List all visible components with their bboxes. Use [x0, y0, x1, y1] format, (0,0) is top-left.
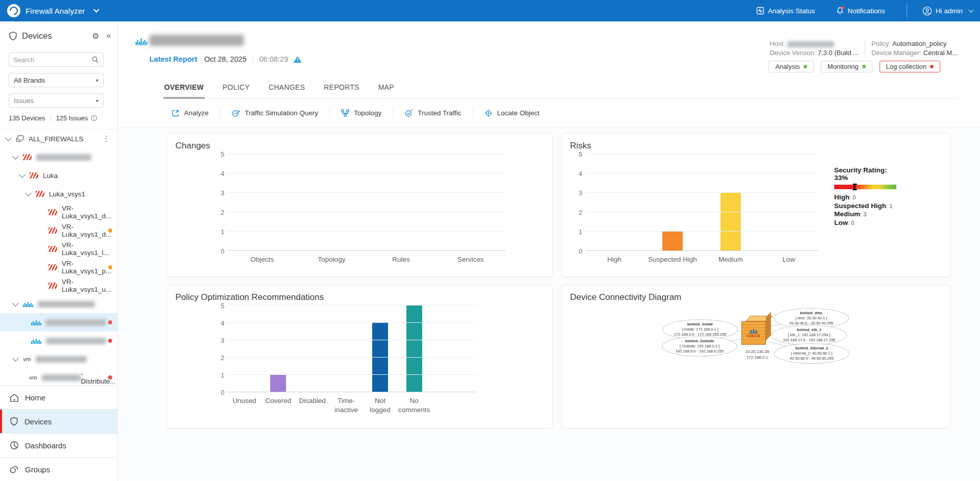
button-label: Analysis [775, 63, 800, 70]
device-header: cisco Latest Report Oct 28, 2025 06:08:2… [118, 21, 980, 82]
trusted-traffic-button[interactable]: Trusted Traffic [393, 108, 473, 119]
home-icon [10, 393, 19, 402]
tree-item[interactable] [0, 295, 117, 313]
traffic-simulation-query-button[interactable]: Traffic Simulation Query [220, 108, 329, 119]
policy-label: Policy: [871, 40, 891, 47]
notification-badge-dot [841, 6, 844, 9]
tab-reports[interactable]: REPORTS [324, 83, 359, 98]
redacted-device-name [36, 154, 91, 161]
user-menu[interactable]: Hi admin [922, 6, 973, 16]
tab-changes[interactable]: CHANGES [269, 83, 305, 98]
brand-filter-value: All Brands [14, 77, 45, 84]
risks-card: Risks 012345 HighSuspected HighMediumLow… [561, 133, 950, 277]
sidebar-item-devices[interactable]: Devices [0, 409, 117, 433]
tree-item[interactable]: VR-Luka_vsys1_d... [0, 203, 117, 221]
report-divider [253, 55, 253, 63]
user-greeting: Hi admin [936, 7, 963, 15]
tree-item-selected[interactable] [0, 313, 117, 332]
status-dot-red [930, 65, 934, 68]
brand-filter-select[interactable]: All Brands ▾ [9, 73, 104, 87]
manager-label: Device Manager: [871, 49, 921, 57]
user-menu-chevron-icon [969, 8, 974, 13]
sidebar-item-dashboards[interactable]: Dashboards [0, 433, 117, 457]
chevron-down-icon[interactable] [12, 300, 19, 307]
latest-report-link[interactable]: Latest Report [149, 55, 197, 63]
monitoring-status-button[interactable]: Monitoring [821, 61, 872, 72]
changes-card-title: Changes [175, 141, 544, 151]
locate-object-button[interactable]: Locate Object [473, 108, 551, 119]
tab-map[interactable]: MAP [378, 83, 394, 98]
status-dot-red [108, 320, 112, 324]
tree-item-label: VR-Luka_vsys1_u... [62, 278, 117, 293]
y-axis-labels: 012345 [570, 154, 585, 251]
issues-filter-select[interactable]: Issues ▾ [9, 93, 104, 108]
tree-item-all-firewalls[interactable]: ALL_FIREWALLS ⋮ [0, 130, 117, 148]
tree-item[interactable]: vm -Distribute... [0, 368, 117, 385]
warning-icon[interactable] [293, 56, 302, 63]
status-dot-green [862, 65, 866, 68]
analyze-button[interactable]: Analyze [171, 108, 220, 119]
sidebar-item-label: Dashboards [25, 441, 66, 450]
toolbar-label: Locate Object [497, 109, 539, 117]
node-range: 192.168.17.0 - 192.168.17.255 [772, 338, 846, 343]
chevron-down-icon[interactable] [12, 355, 19, 362]
firewall-ip-2: 172.168.0.1 [726, 355, 788, 361]
tree-item[interactable]: VR-Luka_vsys1_u... [0, 276, 117, 295]
tab-policy[interactable]: POLICY [223, 83, 250, 98]
paloalto-icon [48, 264, 57, 270]
node-name: behind_inside [663, 322, 737, 327]
firewall-ip-labels: 10.20.130.35 172.168.0.1 [726, 349, 788, 361]
notifications-button[interactable]: Notifications [836, 7, 885, 15]
issues-filter-value: Issues [14, 97, 34, 105]
collapse-sidebar-icon[interactable]: « [107, 31, 111, 41]
firewall-device-icon[interactable]: CISCO [741, 316, 773, 347]
device-counts: 135 Devices 125 Issues [9, 114, 97, 122]
tree-item[interactable]: vm [0, 350, 117, 368]
tree-item[interactable]: VR-Luka_vsys1_l... [0, 240, 117, 258]
analysis-status-button[interactable]: Analysis Status [756, 7, 815, 15]
tree-item-luka-vsys1[interactable]: Luka_vsys1 [0, 185, 117, 203]
changes-card: Changes 012345 ObjectsTopologyRulesServi… [167, 133, 553, 277]
tree-item-luka[interactable]: Luka [0, 166, 117, 185]
chevron-down-icon[interactable] [19, 171, 25, 178]
analysis-status-button[interactable]: Analysis [768, 61, 813, 72]
locate-object-icon [484, 109, 493, 117]
chevron-down-icon[interactable] [12, 153, 19, 160]
tree-item-label: VR-Luka_vsys1_l... [62, 241, 117, 257]
chevron-down-icon[interactable] [25, 190, 32, 196]
tree-item[interactable] [0, 332, 117, 350]
redacted-device-name [38, 301, 95, 308]
kebab-menu-icon[interactable]: ⋮ [102, 134, 110, 143]
tab-overview[interactable]: OVERVIEW [164, 83, 204, 98]
tree-item[interactable]: VR-Luka_vsys1_p... [0, 258, 117, 276]
plot-area [227, 306, 476, 392]
sidebar-item-groups[interactable]: Groups [0, 457, 117, 481]
cisco-icon [23, 301, 33, 307]
info-icon[interactable] [91, 115, 97, 121]
tree-item[interactable] [0, 148, 117, 166]
log-collection-status-button[interactable]: Log collection [880, 61, 941, 72]
x-axis-labels: ObjectsTopologyRulesServices [227, 255, 505, 264]
tree-item[interactable]: VR-Luka_vsys1_d... [0, 221, 117, 240]
risk-value: : 1 [886, 203, 892, 209]
risk-value: : 0 [849, 194, 856, 200]
redacted-device-name [42, 374, 81, 381]
app-logo-icon [7, 4, 20, 17]
app-switcher-chevron-icon[interactable] [93, 7, 99, 12]
connectivity-card: Device Connectivity Diagram behind_insid… [561, 285, 950, 428]
security-rating-gradient-bar [834, 185, 896, 189]
sidebar-item-home[interactable]: Home [0, 385, 117, 409]
sidebar-item-label: Groups [25, 465, 50, 474]
topology-button[interactable]: Topology [329, 108, 393, 119]
search-input[interactable] [13, 56, 92, 64]
topbar-divider [907, 4, 907, 17]
network-node-behind-eth-1[interactable]: behind_eth_1 [ eth_1: 192.168.17.254 ] 1… [771, 325, 847, 345]
chevron-down-icon[interactable] [5, 135, 12, 141]
toolbar-label: Analyze [184, 109, 209, 117]
node-interface: [ Outside: 192.168.0.1 ] [662, 344, 737, 349]
gear-icon[interactable]: ⚙ [92, 31, 99, 41]
device-search[interactable] [9, 53, 104, 67]
y-axis-labels: 012345 [212, 306, 227, 392]
rating-marker-icon[interactable] [854, 184, 856, 190]
security-rating-heading: Security Rating: [834, 166, 901, 174]
